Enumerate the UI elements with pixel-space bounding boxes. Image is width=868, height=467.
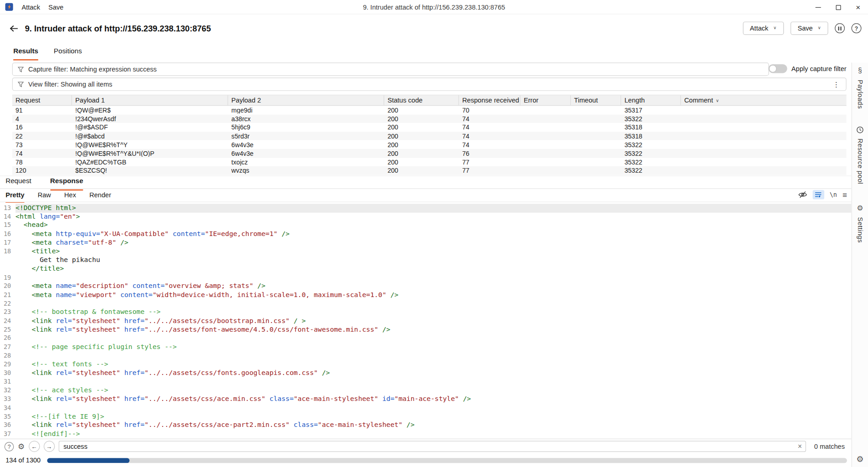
- column-header-request[interactable]: Request: [12, 95, 72, 105]
- table-row[interactable]: 16!@#$ASDF5hj6c92007435318: [12, 123, 847, 132]
- code-token: href=: [124, 421, 144, 429]
- column-header-response-received[interactable]: Response received: [459, 95, 521, 105]
- close-button[interactable]: ×: [848, 0, 868, 15]
- column-header-label: Timeout: [574, 97, 598, 104]
- code-line[interactable]: 36 <link rel="stylesheet" href="../../as…: [0, 421, 852, 430]
- code-content: <meta name="description" content="overvi…: [15, 282, 852, 291]
- attack-tabs: Results Positions: [13, 47, 82, 60]
- code-line[interactable]: 27 <!-- page specific plugin styles -->: [0, 343, 852, 351]
- sidebar-item-payloads[interactable]: § Payloads: [852, 67, 868, 109]
- code-token: rel=: [56, 395, 72, 403]
- view-filter-menu-icon[interactable]: ⋮: [832, 80, 841, 88]
- table-row[interactable]: 73!Q@W#E$R%T^Y6w4v3e2007435322: [12, 140, 847, 149]
- word-wrap-icon[interactable]: [812, 190, 824, 200]
- code-line[interactable]: 24 <link rel="stylesheet" href="../../as…: [0, 317, 852, 325]
- line-number: 29: [0, 360, 15, 369]
- status-bar: 134 of 1300: [0, 454, 852, 467]
- save-button[interactable]: Save ∨: [791, 21, 828, 35]
- code-line[interactable]: 25 <link rel="stylesheet" href="../../as…: [0, 325, 852, 334]
- code-token: <!-- text fonts -->: [15, 360, 108, 368]
- capture-filter-bar[interactable]: Capture filter: Matching expression succ…: [12, 62, 769, 76]
- table-row[interactable]: 91!QW@#ER$mge9di2007035317: [12, 106, 847, 114]
- code-line[interactable]: Get the pikachu: [0, 256, 852, 265]
- code-line[interactable]: 28: [0, 352, 852, 360]
- code-line[interactable]: </title>: [0, 265, 852, 273]
- code-line[interactable]: 14<html lang="en">: [0, 212, 852, 221]
- code-line[interactable]: 18 <title>: [0, 247, 852, 256]
- column-header-label: Payload 1: [75, 97, 105, 104]
- code-line[interactable]: 22: [0, 299, 852, 308]
- tab-positions[interactable]: Positions: [54, 47, 82, 60]
- tab-results[interactable]: Results: [13, 47, 38, 60]
- code-line[interactable]: 20 <meta name="description" content="ove…: [0, 282, 852, 291]
- code-token: href=: [124, 395, 144, 403]
- payloads-icon: §: [858, 67, 862, 75]
- chevron-down-icon: ∨: [818, 26, 821, 31]
- code-line[interactable]: 23 <!-- bootstrap & fontawesome -->: [0, 308, 852, 317]
- table-row[interactable]: 78!QAZ#EDC%TGBtxojcz2007735322: [12, 158, 847, 166]
- code-line[interactable]: 30 <link rel="stylesheet" href="../../as…: [0, 369, 852, 378]
- back-icon[interactable]: [9, 24, 19, 33]
- code-line[interactable]: 15 <head>: [0, 221, 852, 230]
- column-header-length[interactable]: Length: [621, 95, 681, 105]
- code-content: [15, 352, 852, 360]
- chevron-down-icon[interactable]: ∨: [716, 98, 719, 103]
- next-match-button[interactable]: →: [44, 441, 55, 452]
- code-line[interactable]: 21 <meta name="viewport" content="width=…: [0, 291, 852, 299]
- search-help-button[interactable]: ?: [5, 441, 14, 451]
- column-header-status-code[interactable]: Status code: [384, 95, 459, 105]
- column-header-label: Payload 2: [231, 97, 261, 104]
- minimize-button[interactable]: [808, 0, 828, 15]
- search-settings-gear-icon[interactable]: ⚙: [18, 442, 25, 450]
- menu-save[interactable]: Save: [48, 3, 63, 11]
- column-header-payload-2[interactable]: Payload 2: [228, 95, 384, 105]
- prev-match-button[interactable]: ←: [29, 441, 40, 452]
- code-content: Get the pikachu: [15, 256, 852, 265]
- code-line[interactable]: 31: [0, 378, 852, 386]
- code-line[interactable]: 37 <![endif]-->: [0, 430, 852, 438]
- code-line[interactable]: 17 <meta charset="utf-8" />: [0, 239, 852, 247]
- code-line[interactable]: 33 <link rel="stylesheet" href="../../as…: [0, 395, 852, 404]
- search-input[interactable]: [58, 441, 806, 452]
- column-header-payload-1[interactable]: Payload 1: [72, 95, 228, 105]
- response-editor[interactable]: 13<!DOCTYPE html>14<html lang="en">15 <h…: [0, 203, 852, 439]
- help-button[interactable]: ?: [852, 23, 862, 33]
- code-token: <meta: [15, 291, 56, 298]
- table-row[interactable]: 22!@#$abcds5rd3r2007435318: [12, 132, 847, 140]
- code-line[interactable]: 16 <meta http-equiv="X-UA-Compatible" co…: [0, 230, 852, 239]
- pause-button[interactable]: [835, 23, 845, 33]
- table-row[interactable]: 74!Q@W#E$R%T^Y&U*I(O)P6w4v3e2007635322: [12, 149, 847, 158]
- code-line[interactable]: 34: [0, 404, 852, 412]
- show-newlines-icon[interactable]: \n: [830, 191, 837, 198]
- column-header-timeout[interactable]: Timeout: [571, 95, 621, 105]
- column-header-comment[interactable]: Comment∨: [681, 95, 846, 105]
- table-row[interactable]: 120$ESZCSQ!wvzqs2007735322: [12, 166, 847, 175]
- table-row[interactable]: 4!234QwerAsdfa38rcx2007435322: [12, 114, 847, 123]
- apply-capture-filter-toggle[interactable]: [768, 64, 787, 73]
- column-header-error[interactable]: Error: [521, 95, 571, 105]
- code-token: "IE=edge,chrome=1": [205, 230, 277, 238]
- maximize-button[interactable]: [828, 0, 848, 15]
- bottom-settings-gear-icon[interactable]: ⚙: [856, 455, 863, 463]
- menu-attack[interactable]: Attack: [21, 3, 40, 11]
- editor-menu-icon[interactable]: ≡: [842, 190, 847, 199]
- code-line[interactable]: 26: [0, 334, 852, 343]
- code-line[interactable]: 29 <!-- text fonts -->: [0, 360, 852, 369]
- code-token: [128, 282, 133, 290]
- table-cell: 200: [384, 115, 459, 123]
- filter-funnel-icon: [18, 81, 24, 87]
- code-line[interactable]: 19: [0, 273, 852, 282]
- table-cell: 35322: [621, 167, 681, 174]
- code-line[interactable]: 13<!DOCTYPE html>: [0, 204, 852, 212]
- code-line[interactable]: 32 <!-- ace styles -->: [0, 386, 852, 395]
- table-cell: wvzqs: [228, 167, 384, 174]
- sidebar-item-resource-pool[interactable]: Resource pool: [852, 126, 868, 184]
- sidebar-item-settings[interactable]: ⚙ Settings: [852, 204, 868, 243]
- hide-nonprinting-eye-slash-icon[interactable]: [798, 191, 807, 198]
- view-filter-bar[interactable]: View filter: Showing all items ⋮: [12, 77, 847, 91]
- code-content: [15, 273, 852, 282]
- attack-button[interactable]: Attack ∨: [743, 21, 784, 35]
- code-token: [120, 317, 124, 324]
- code-line[interactable]: 35 <!--[if lte IE 9]>: [0, 412, 852, 421]
- clear-search-icon[interactable]: ×: [798, 441, 802, 452]
